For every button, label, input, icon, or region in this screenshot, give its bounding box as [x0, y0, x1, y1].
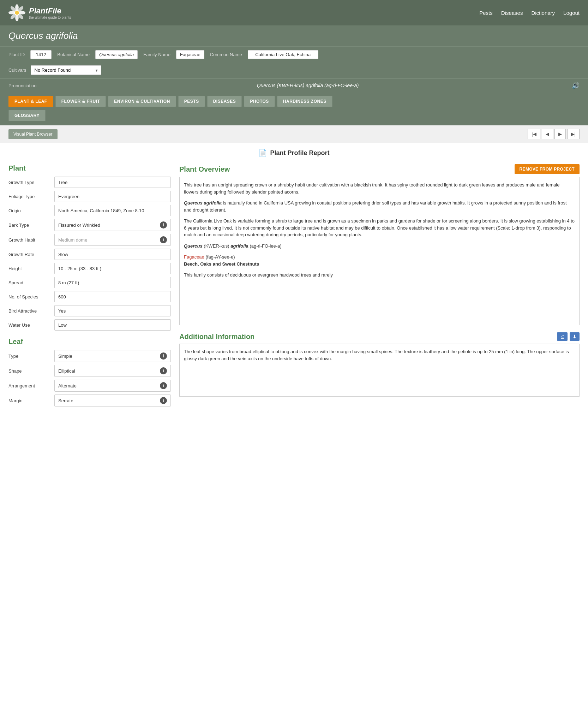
main-content: 📄 Plant Profile Report Plant Growth Type… — [0, 143, 588, 415]
logo-area: PlantFile the ultimate guide to plants — [8, 4, 71, 21]
leaf-margin-info-icon[interactable]: i — [160, 397, 167, 404]
sound-icon[interactable]: 🔊 — [572, 82, 580, 89]
plant-overview-text-box[interactable]: This tree has an upright spreading crown… — [179, 177, 580, 325]
foliage-type-label: Foliage Type — [8, 194, 54, 199]
bird-attractive-label: Bird Attractive — [8, 308, 54, 314]
field-height: Height 10 - 25 m (33 - 83 ft ) — [8, 263, 171, 274]
growth-type-value: Tree — [54, 177, 171, 188]
svg-point-9 — [15, 11, 19, 15]
additional-info-text-box[interactable]: The leaf shape varies from broad-ellipti… — [179, 344, 580, 397]
report-title-text: Plant Profile Report — [270, 149, 329, 157]
leaf-section: Leaf Type Simple i Shape Elliptical i — [8, 338, 171, 407]
plant-overview-header: Plant Overview — [179, 165, 230, 173]
left-column: Plant Growth Type Tree Foliage Type Ever… — [8, 164, 171, 409]
glossary-bar: GLOSSARY — [0, 107, 588, 125]
overview-para-4: Quercus (KWER-kus) agrifolia (ag-ri-FO-l… — [184, 243, 575, 250]
tab-plant-leaf[interactable]: PLANT & LEAF — [8, 96, 53, 107]
nav-diseases[interactable]: Diseases — [501, 10, 523, 16]
nav-next-button[interactable]: ▶ — [554, 129, 566, 139]
tab-environ-cultivation[interactable]: ENVIRON & CULTIVATION — [108, 96, 176, 107]
no-of-species-label: No. of Species — [8, 294, 54, 299]
tab-pests[interactable]: PESTS — [178, 96, 205, 107]
info-bar: Plant ID 1412 Botanical Name Quercus agr… — [0, 46, 588, 63]
leaf-arrangement-label: Arrangement — [8, 383, 54, 388]
plant-section-header: Plant — [8, 164, 171, 172]
additional-info-download-button[interactable]: ⬇ — [570, 332, 580, 341]
growth-rate-value: Slow — [54, 249, 171, 260]
tab-photos[interactable]: PHOTOS — [244, 96, 275, 107]
leaf-shape-info-icon[interactable]: i — [160, 367, 167, 374]
logo-subtitle: the ultimate guide to plants — [29, 16, 71, 19]
nav-prev-button[interactable]: ◀ — [542, 129, 553, 139]
leaf-arrangement-info-icon[interactable]: i — [160, 382, 167, 389]
growth-habit-info-icon[interactable]: i — [160, 236, 167, 243]
logo-icon — [8, 4, 25, 21]
field-growth-rate: Growth Rate Slow — [8, 249, 171, 260]
additional-info-header: Additional Information — [179, 333, 254, 341]
bark-type-label: Bark Type — [8, 223, 54, 228]
pronunciation-text: Quercus (KWER-kus) agrifolia (äg-ri-FO-l… — [44, 83, 572, 88]
growth-rate-label: Growth Rate — [8, 252, 54, 257]
common-name-label: Common Name — [210, 52, 242, 57]
growth-habit-value: Medium dome i — [54, 234, 171, 246]
additional-info-print-button[interactable]: 🖨 — [557, 332, 568, 341]
plant-overview-header-row: Plant Overview REMOVE FROM PROJECT — [179, 164, 580, 174]
field-leaf-type: Type Simple i — [8, 350, 171, 362]
cultivars-dropdown[interactable]: No Record Found — [31, 65, 101, 75]
field-leaf-arrangement: Arrangement Alternate i — [8, 380, 171, 392]
glossary-button[interactable]: GLOSSARY — [8, 110, 46, 121]
leaf-type-info-icon[interactable]: i — [160, 352, 167, 360]
nav-logout[interactable]: Logout — [563, 10, 580, 16]
field-bird-attractive: Bird Attractive Yes — [8, 305, 171, 316]
tabs-bar: PLANT & LEAF FLOWER & FRUIT ENVIRON & CU… — [0, 92, 588, 107]
additional-info-header-row: Additional Information 🖨 ⬇ — [179, 332, 580, 341]
pronunciation-label: Pronunciation — [8, 83, 44, 88]
additional-info-text: The leaf shape varies from broad-ellipti… — [184, 348, 575, 362]
bird-attractive-value: Yes — [54, 305, 171, 316]
vpb-bar: Visual Plant Browser |◀ ◀ ▶ ▶| — [0, 125, 588, 143]
growth-habit-label: Growth Habit — [8, 237, 54, 243]
tab-flower-fruit[interactable]: FLOWER & FRUIT — [55, 96, 106, 107]
field-bark-type: Bark Type Fissured or Wrinkled i — [8, 219, 171, 231]
field-growth-type: Growth Type Tree — [8, 177, 171, 188]
overview-para-5: Fagaceae (fag-AY-see-e)Beech, Oaks and S… — [184, 254, 575, 267]
botanical-name-value: Quercus agrifolia — [95, 50, 138, 59]
plant-id-value: 1412 — [30, 50, 52, 59]
leaf-shape-label: Shape — [8, 368, 54, 374]
tab-diseases[interactable]: DISEASES — [207, 96, 242, 107]
leaf-section-header: Leaf — [8, 338, 171, 346]
growth-type-label: Growth Type — [8, 180, 54, 185]
report-icon: 📄 — [258, 149, 267, 157]
nav-last-button[interactable]: ▶| — [567, 129, 580, 139]
nav-pests[interactable]: Pests — [479, 10, 493, 16]
spread-value: 8 m (27 ft) — [54, 277, 171, 288]
right-column: Plant Overview REMOVE FROM PROJECT This … — [179, 164, 580, 409]
nav-first-button[interactable]: |◀ — [528, 129, 540, 139]
origin-label: Origin — [8, 208, 54, 213]
header: PlantFile the ultimate guide to plants P… — [0, 0, 588, 25]
nav-links: Pests Diseases Dictionary Logout — [479, 10, 580, 16]
plant-id-label: Plant ID — [8, 52, 25, 57]
field-growth-habit: Growth Habit Medium dome i — [8, 234, 171, 246]
remove-from-project-button[interactable]: REMOVE FROM PROJECT — [515, 164, 580, 174]
nav-dictionary[interactable]: Dictionary — [531, 10, 555, 16]
overview-para-2: Quercus agrifolia is naturally found in … — [184, 200, 575, 213]
leaf-type-value: Simple i — [54, 350, 171, 362]
field-no-of-species: No. of Species 600 — [8, 291, 171, 302]
additional-info-icons: 🖨 ⬇ — [557, 332, 580, 341]
field-leaf-margin: Margin Serrate i — [8, 394, 171, 407]
water-use-value: Low — [54, 319, 171, 331]
common-name-value: California Live Oak, Echina — [248, 50, 318, 59]
leaf-margin-label: Margin — [8, 398, 54, 403]
visual-plant-browser-button[interactable]: Visual Plant Browser — [8, 129, 58, 139]
field-origin: Origin North America, California 1849, Z… — [8, 205, 171, 216]
tab-hardiness-zones[interactable]: HARDINESS ZONES — [277, 96, 332, 107]
overview-para-6: This family consists of deciduous or eve… — [184, 272, 575, 279]
bark-type-info-icon[interactable]: i — [160, 221, 167, 229]
cultivars-select-wrapper: No Record Found — [31, 65, 101, 75]
fagaceae-link[interactable]: Fagaceae — [184, 254, 204, 260]
cultivars-bar: Cultivars No Record Found — [0, 63, 588, 78]
field-water-use: Water Use Low — [8, 319, 171, 331]
foliage-type-value: Evergreen — [54, 191, 171, 202]
origin-value: North America, California 1849, Zone 8-1… — [54, 205, 171, 216]
